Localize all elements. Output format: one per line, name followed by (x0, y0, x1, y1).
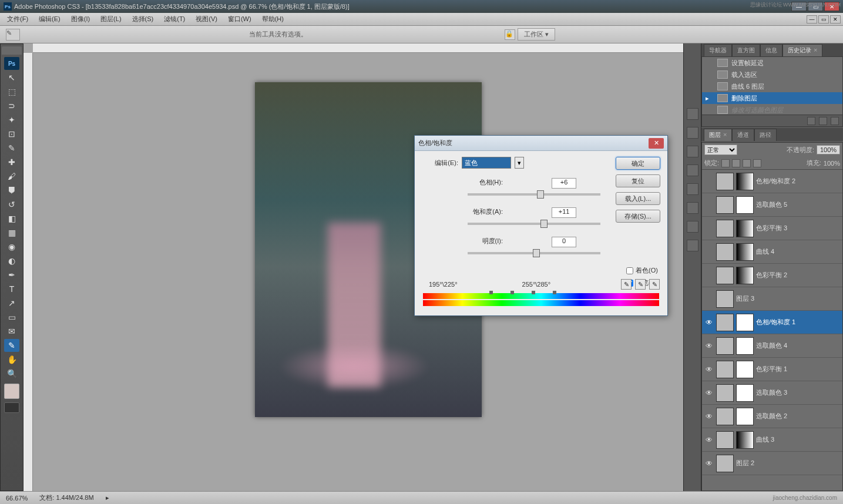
layer-row[interactable]: 👁选取颜色 3 (702, 381, 842, 405)
load-button[interactable]: 载入(L)... (616, 192, 660, 205)
doc-restore[interactable]: ▭ (818, 15, 829, 23)
saturation-value[interactable]: +11 (552, 207, 576, 218)
layer-thumb[interactable] (716, 455, 734, 472)
visibility-icon[interactable] (704, 200, 714, 210)
dialog-close-button[interactable]: ✕ (649, 138, 664, 149)
layer-thumb[interactable] (716, 220, 734, 237)
heal-tool[interactable]: ✚ (4, 156, 19, 169)
history-brush-tool[interactable]: ↺ (4, 198, 19, 211)
history-item[interactable]: 载入选区 (702, 69, 842, 80)
marquee-tool[interactable]: ⬚ (4, 85, 19, 98)
layer-row[interactable]: 选取颜色 5 (702, 193, 842, 217)
layer-row[interactable]: 👁色彩平衡 1 (702, 358, 842, 381)
doc-minimize[interactable]: — (807, 15, 817, 23)
hand-tool[interactable]: ✋ (4, 353, 19, 366)
stamp-tool[interactable]: ⛊ (4, 184, 19, 197)
history-item[interactable]: ▸删除图层 (702, 92, 842, 104)
menu-item[interactable]: 图像(I) (66, 14, 95, 25)
dock-icon-8[interactable] (687, 240, 698, 251)
eyedropper-icon[interactable]: ✎ (621, 279, 632, 290)
dock-icon-3[interactable] (687, 146, 698, 157)
layers-tab[interactable]: 图层× (704, 129, 732, 141)
visibility-icon[interactable]: 👁 (704, 459, 714, 468)
eyedropper-tool[interactable]: ✎ (4, 142, 19, 154)
layer-row[interactable]: 图层 3 (702, 287, 842, 311)
zoom-tool[interactable]: 🔍 (4, 367, 19, 380)
visibility-icon[interactable] (704, 247, 714, 257)
layers-tab[interactable]: 路径 (754, 129, 777, 141)
history-new-icon[interactable] (819, 117, 827, 125)
history-tab[interactable]: 信息 (760, 44, 782, 56)
history-tab[interactable]: 直方图 (732, 44, 760, 56)
layer-thumb[interactable] (716, 243, 734, 261)
quickmask-toggle[interactable] (4, 402, 19, 413)
layer-thumb[interactable] (716, 337, 734, 355)
layer-thumb[interactable] (716, 384, 734, 402)
visibility-icon[interactable] (704, 271, 714, 280)
dock-icon-5[interactable] (687, 183, 698, 195)
lightness-value[interactable]: 0 (552, 237, 576, 247)
visibility-icon[interactable] (704, 177, 714, 186)
visibility-icon[interactable]: 👁 (704, 365, 714, 374)
layer-thumb[interactable] (716, 196, 734, 214)
layer-thumb[interactable] (716, 290, 734, 308)
zoom-level[interactable]: 66.67% (6, 495, 28, 502)
hue-spectrum[interactable] (423, 293, 659, 307)
dock-icon-4[interactable] (687, 164, 698, 176)
move-tool[interactable]: ↖ (4, 71, 19, 84)
layer-row[interactable]: 👁选取颜色 4 (702, 334, 842, 358)
dock-icon-7[interactable] (687, 221, 698, 233)
workspace-button[interactable]: 工作区 ▾ (518, 28, 555, 41)
layer-row[interactable]: 色彩平衡 3 (702, 217, 842, 240)
pen-tool[interactable]: ✒ (4, 268, 19, 281)
eyedropper-minus-icon[interactable]: ✎ (649, 279, 660, 290)
dodge-tool[interactable]: ◐ (4, 254, 19, 267)
fill-value[interactable]: 100% (824, 160, 840, 167)
eraser-tool[interactable]: ◧ (4, 212, 19, 225)
colorize-checkbox[interactable]: 着色(O) (626, 266, 658, 275)
menu-item[interactable]: 帮助(H) (257, 14, 288, 25)
lock-image-icon[interactable] (732, 159, 740, 167)
layer-thumb[interactable] (716, 431, 734, 449)
save-button[interactable]: 存储(S)... (616, 210, 660, 223)
menu-item[interactable]: 文件(F) (2, 14, 33, 25)
history-delete-icon[interactable] (831, 117, 839, 125)
brush-tool[interactable]: 🖌 (4, 170, 19, 183)
menu-item[interactable]: 窗口(W) (223, 14, 256, 25)
layer-thumb[interactable] (716, 267, 734, 284)
blur-tool[interactable]: ◉ (4, 240, 19, 253)
shape-tool[interactable]: ▭ (4, 311, 19, 324)
gradient-tool[interactable]: ▦ (4, 226, 19, 239)
lasso-tool[interactable]: ⊃ (4, 99, 19, 112)
ok-button[interactable]: 确定 (616, 157, 660, 170)
history-snapshot-icon[interactable] (807, 117, 815, 125)
layer-row[interactable]: 曲线 4 (702, 240, 842, 264)
lightness-slider[interactable] (468, 252, 600, 254)
type-tool[interactable]: T (4, 283, 19, 295)
layers-tab[interactable]: 通道 (732, 129, 754, 141)
eyedropper-active[interactable]: ✎ (4, 339, 19, 352)
layer-thumb[interactable] (716, 408, 734, 425)
lock-transparent-icon[interactable] (721, 159, 730, 167)
menu-item[interactable]: 编辑(E) (34, 14, 65, 25)
menu-item[interactable]: 视图(V) (191, 14, 222, 25)
lock-all-icon[interactable] (753, 159, 761, 167)
foreground-color[interactable] (4, 384, 19, 399)
blend-mode-select[interactable]: 正常 (704, 145, 737, 155)
dock-icon-1[interactable] (687, 108, 698, 120)
layer-row[interactable]: 👁图层 2 (702, 452, 842, 475)
visibility-icon[interactable]: 👁 (704, 318, 714, 327)
opacity-value[interactable]: 100% (817, 145, 840, 154)
hue-slider[interactable] (468, 193, 600, 196)
layer-row[interactable]: 👁选取颜色 2 (702, 405, 842, 428)
layer-thumb[interactable] (716, 314, 734, 331)
visibility-icon[interactable] (704, 294, 714, 304)
hue-value[interactable]: +6 (552, 178, 576, 189)
current-tool-icon[interactable]: ✎ (6, 29, 20, 41)
wand-tool[interactable]: ✦ (4, 113, 19, 126)
history-tab[interactable]: 导航器 (704, 44, 732, 56)
visibility-icon[interactable]: 👁 (704, 412, 714, 421)
edit-combo-arrow[interactable]: ▾ (515, 157, 524, 169)
dock-icon-2[interactable] (687, 127, 698, 139)
edit-combo[interactable]: 蓝色 (462, 157, 511, 169)
